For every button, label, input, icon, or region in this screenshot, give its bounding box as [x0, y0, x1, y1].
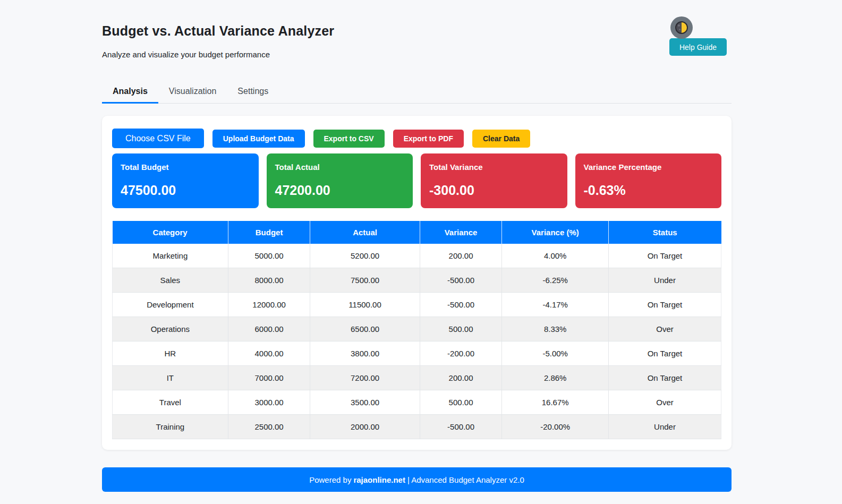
variance-table: Category Budget Actual Variance Variance… [112, 221, 721, 439]
cell-budget: 2500.00 [228, 415, 310, 439]
footer-bar: Powered by rajaonline.net | Advanced Bud… [102, 467, 732, 492]
total-variance-label: Total Variance [429, 163, 559, 172]
cell-variance: -500.00 [420, 415, 502, 439]
cell-variance-pct: -20.00% [502, 415, 609, 439]
page-subtitle: Analyze and visualize your budget perfor… [102, 50, 732, 59]
cell-actual: 11500.00 [310, 293, 420, 317]
cell-variance: -500.00 [420, 293, 502, 317]
cell-status: On Target [608, 366, 721, 390]
cell-actual: 6500.00 [310, 317, 420, 341]
footer-version: | Advanced Budget Analyzer v2.0 [407, 475, 524, 484]
cell-budget: 4000.00 [228, 341, 310, 366]
cell-category: Development [113, 293, 228, 317]
cell-status: On Target [608, 244, 721, 268]
cell-variance-pct: -6.25% [502, 268, 609, 293]
cell-actual: 7500.00 [310, 268, 420, 293]
table-row: Sales8000.007500.00-500.00-6.25%Under [113, 268, 721, 293]
cell-variance-pct: 2.86% [502, 366, 609, 390]
tab-analysis[interactable]: Analysis [102, 82, 158, 104]
cell-status: Under [608, 415, 721, 439]
cell-budget: 8000.00 [228, 268, 310, 293]
cell-actual: 3500.00 [310, 390, 420, 415]
clear-data-button[interactable]: Clear Data [472, 130, 530, 148]
analysis-panel: Choose CSV File Upload Budget Data Expor… [102, 116, 732, 450]
tab-settings[interactable]: Settings [227, 82, 279, 104]
footer-powered-by: Powered by [309, 475, 351, 484]
total-budget-value: 47500.00 [121, 183, 250, 198]
cell-variance: 200.00 [420, 244, 502, 268]
total-actual-value: 47200.00 [275, 183, 405, 198]
col-header-actual: Actual [310, 221, 420, 244]
cell-category: Sales [113, 268, 228, 293]
moon-icon [675, 21, 688, 34]
table-row: HR4000.003800.00-200.00-5.00%On Target [113, 341, 721, 366]
cell-actual: 7200.00 [310, 366, 420, 390]
table-row: IT7000.007200.00200.002.86%On Target [113, 366, 721, 390]
total-actual-label: Total Actual [275, 163, 405, 172]
col-header-variance: Variance [420, 221, 502, 244]
total-actual-card: Total Actual 47200.00 [267, 153, 413, 208]
export-to-pdf-button[interactable]: Export to PDF [393, 130, 464, 148]
footer-brand: rajaonline.net [353, 475, 405, 484]
total-variance-value: -300.00 [429, 183, 559, 198]
cell-budget: 12000.00 [228, 293, 310, 317]
table-row: Marketing5000.005200.00200.004.00%On Tar… [113, 244, 721, 268]
tab-visualization[interactable]: Visualization [158, 82, 227, 104]
cell-budget: 6000.00 [228, 317, 310, 341]
cell-category: Marketing [113, 244, 228, 268]
cell-actual: 5200.00 [310, 244, 420, 268]
toolbar: Choose CSV File Upload Budget Data Expor… [112, 129, 721, 148]
cell-category: Travel [113, 390, 228, 415]
cell-category: HR [113, 341, 228, 366]
summary-cards: Total Budget 47500.00 Total Actual 47200… [112, 153, 721, 208]
table-row: Travel3000.003500.00500.0016.67%Over [113, 390, 721, 415]
table-row: Training2500.002000.00-500.00-20.00%Unde… [113, 415, 721, 439]
page-title: Budget vs. Actual Variance Analyzer [102, 23, 732, 39]
variance-table-head: Category Budget Actual Variance Variance… [113, 221, 721, 244]
choose-csv-file-button[interactable]: Choose CSV File [112, 129, 204, 148]
total-variance-card: Total Variance -300.00 [421, 153, 567, 208]
app-container: Budget vs. Actual Variance Analyzer Anal… [102, 0, 732, 450]
cell-variance: 500.00 [420, 317, 502, 341]
cell-variance: -500.00 [420, 268, 502, 293]
cell-variance: 200.00 [420, 366, 502, 390]
cell-variance: 500.00 [420, 390, 502, 415]
col-header-category: Category [113, 221, 228, 244]
cell-variance: -200.00 [420, 341, 502, 366]
cell-variance-pct: 16.67% [502, 390, 609, 415]
cell-status: On Target [608, 341, 721, 366]
cell-budget: 7000.00 [228, 366, 310, 390]
cell-status: Over [608, 390, 721, 415]
cell-variance-pct: 8.33% [502, 317, 609, 341]
total-budget-label: Total Budget [121, 163, 250, 172]
table-row: Development12000.0011500.00-500.00-4.17%… [113, 293, 721, 317]
cell-actual: 3800.00 [310, 341, 420, 366]
upload-budget-data-button[interactable]: Upload Budget Data [212, 130, 305, 148]
variance-percentage-value: -0.63% [584, 183, 713, 198]
header-actions: Help Guide [669, 16, 727, 56]
cell-budget: 5000.00 [228, 244, 310, 268]
cell-variance-pct: -5.00% [502, 341, 609, 366]
cell-status: On Target [608, 293, 721, 317]
tab-bar: Analysis Visualization Settings [102, 82, 732, 104]
cell-status: Under [608, 268, 721, 293]
variance-percentage-label: Variance Percentage [584, 163, 713, 172]
export-to-csv-button[interactable]: Export to CSV [313, 130, 385, 148]
cell-actual: 2000.00 [310, 415, 420, 439]
cell-budget: 3000.00 [228, 390, 310, 415]
cell-variance-pct: -4.17% [502, 293, 609, 317]
col-header-status: Status [608, 221, 721, 244]
table-row: Operations6000.006500.00500.008.33%Over [113, 317, 721, 341]
col-header-variance-pct: Variance (%) [502, 221, 609, 244]
theme-toggle-button[interactable] [670, 16, 693, 39]
cell-category: Operations [113, 317, 228, 341]
help-guide-button[interactable]: Help Guide [669, 38, 727, 56]
total-budget-card: Total Budget 47500.00 [112, 153, 259, 208]
cell-category: Training [113, 415, 228, 439]
variance-table-body: Marketing5000.005200.00200.004.00%On Tar… [113, 244, 721, 439]
cell-variance-pct: 4.00% [502, 244, 609, 268]
variance-percentage-card: Variance Percentage -0.63% [575, 153, 722, 208]
cell-status: Over [608, 317, 721, 341]
cell-category: IT [113, 366, 228, 390]
col-header-budget: Budget [228, 221, 310, 244]
